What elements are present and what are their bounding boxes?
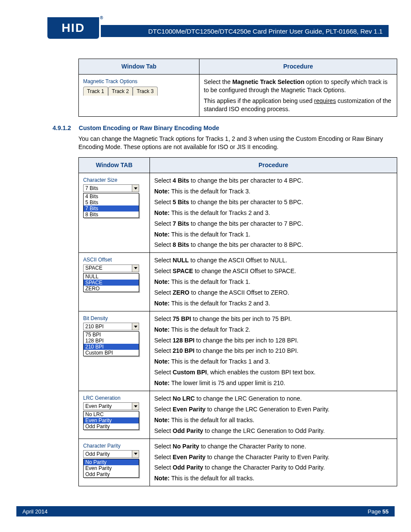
ui-option[interactable]: No LRC (84, 411, 139, 417)
ui-label: Character Size (83, 177, 145, 184)
tab-track-2[interactable]: Track 2 (108, 87, 133, 96)
cell-procedure: Select No Parity to change the Character… (150, 439, 397, 486)
cell-mag-track-ui: Magnetic Track Options Track 1 Track 2 T… (79, 74, 199, 117)
page-footer: April 2014 Page 55 (16, 506, 395, 516)
tab-track-3[interactable]: Track 3 (133, 87, 158, 96)
ui-option[interactable]: Odd Parity (84, 471, 139, 477)
ui-label: LRC Generation (83, 395, 145, 401)
ui-option[interactable]: 8 Bits (84, 212, 139, 218)
table-encoding-options: Window TAB Procedure Character Size7 Bit… (78, 157, 397, 486)
ui-option[interactable]: Even Parity (84, 417, 139, 423)
footer-date: April 2014 (22, 508, 48, 515)
ui-option[interactable]: 210 BPI (84, 344, 139, 350)
cell-mag-track-proc: Select the Magnetic Track Selection opti… (199, 74, 397, 117)
ui-label: ASCII Offset (83, 256, 145, 263)
ui-options-list: 75 BPI128 BPI210 BPICustom BPI (83, 331, 139, 356)
ui-option[interactable]: 128 BPI (84, 338, 139, 344)
ui-option[interactable]: Odd Parity (84, 423, 139, 429)
cell-ui: LRC GenerationEven ParityNo LRCEven Pari… (79, 391, 150, 439)
ui-option[interactable]: 4 Bits (84, 193, 139, 199)
ui-select[interactable]: Odd Parity (83, 450, 139, 458)
footer-page: Page 55 (368, 508, 389, 515)
logo-text: HID (62, 21, 85, 35)
th-procedure: Procedure (199, 59, 397, 75)
ui-option[interactable]: Even Parity (84, 465, 139, 471)
cell-procedure: Select NULL to change the ASCII Offset t… (150, 253, 397, 311)
ui-options-list: NULLSPACEZERO (83, 273, 139, 292)
ui-option[interactable]: 7 Bits (84, 205, 139, 212)
cell-ui: Character ParityOdd ParityNo ParityEven … (79, 439, 150, 486)
document-title: DTC1000Me/DTC1250e/DTC4250e Card Printer… (148, 28, 383, 35)
ui-option[interactable]: No Parity (84, 459, 139, 465)
th-procedure-2: Procedure (150, 158, 397, 173)
th-window-tab-2: Window TAB (79, 158, 150, 173)
page-header: HID ® DTC1000Me/DTC1250e/DTC4250e Card P… (22, 17, 389, 43)
ui-select[interactable]: SPACE (83, 264, 139, 272)
cell-procedure: Select 4 Bits to change the bits per cha… (150, 173, 397, 253)
section-heading: 4.9.1.2 Custom Encoding or Raw Binary En… (53, 124, 389, 131)
chevron-down-icon[interactable] (132, 323, 139, 330)
ui-options-list: 4 Bits5 Bits7 Bits8 Bits (83, 193, 139, 218)
header-title-bar: DTC1000Me/DTC1250e/DTC4250e Card Printer… (101, 25, 389, 37)
mag-track-options-label: Magnetic Track Options (83, 78, 195, 85)
ui-options-list: No ParityEven ParityOdd Parity (83, 459, 139, 478)
section-number: 4.9.1.2 (53, 124, 71, 131)
ui-option[interactable]: ZERO (84, 286, 139, 292)
tab-track-1[interactable]: Track 1 (83, 87, 108, 96)
ui-select[interactable]: Even Parity (83, 402, 139, 410)
ui-option[interactable]: 5 Bits (84, 199, 139, 205)
chevron-down-icon[interactable] (132, 403, 139, 410)
ui-option[interactable]: NULL (84, 274, 139, 280)
chevron-down-icon[interactable] (132, 185, 139, 192)
ui-select[interactable]: 7 Bits (83, 184, 139, 192)
chevron-down-icon[interactable] (132, 265, 139, 272)
ui-option[interactable]: Custom BPI (84, 350, 139, 356)
cell-procedure: Select No LRC to change the LRC Generati… (150, 391, 397, 439)
ui-label: Character Parity (83, 442, 145, 449)
ui-option[interactable]: SPACE (84, 280, 139, 286)
ui-option[interactable]: 75 BPI (84, 332, 139, 338)
th-window-tab: Window Tab (79, 59, 199, 75)
cell-ui: ASCII OffsetSPACENULLSPACEZERO (79, 253, 150, 311)
hid-logo: HID (47, 17, 99, 39)
ui-options-list: No LRCEven ParityOdd Parity (83, 411, 139, 430)
table-magnetic-track-selection: Window Tab Procedure Magnetic Track Opti… (78, 59, 397, 117)
section-title: Custom Encoding or Raw Binary Encoding M… (79, 124, 219, 131)
ui-select[interactable]: 210 BPI (83, 323, 139, 330)
cell-ui: Character Size7 Bits4 Bits5 Bits7 Bits8 … (79, 173, 150, 253)
mag-track-tabs: Track 1 Track 2 Track 3 (83, 87, 195, 96)
cell-ui: Bit Density210 BPI75 BPI128 BPI210 BPICu… (79, 311, 150, 391)
registered-mark: ® (100, 16, 103, 20)
ui-label: Bit Density (83, 315, 145, 322)
cell-procedure: Select 75 BPI to change the bits per inc… (150, 311, 397, 391)
chevron-down-icon[interactable] (132, 451, 139, 457)
section-paragraph: You can change the Magnetic Track option… (78, 135, 389, 151)
